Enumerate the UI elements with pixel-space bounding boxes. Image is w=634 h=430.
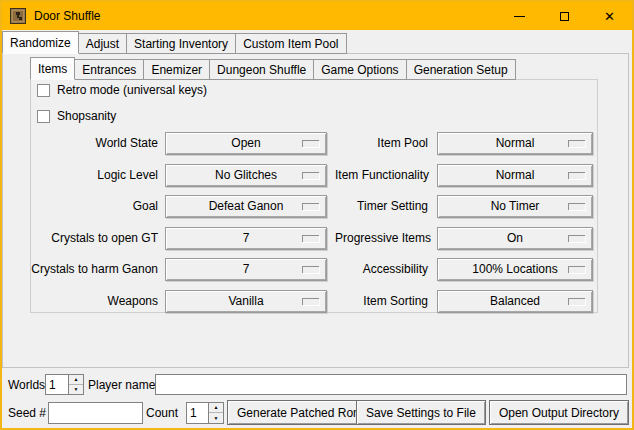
door-shuffle-window: Door Shuffle ✕ Randomize Adjust Starting… — [0, 0, 634, 430]
count-spin-buttons: ▲ ▼ — [208, 403, 223, 423]
dropdown-indicator-icon — [302, 172, 319, 179]
tab-randomize[interactable]: Randomize — [2, 31, 79, 54]
option-row: Crystals to open GT 7 Progressive Items … — [30, 226, 593, 250]
minimize-icon — [514, 16, 525, 17]
progressive-items-dropdown[interactable]: On — [437, 227, 593, 250]
shopsanity-row[interactable]: Shopsanity — [37, 109, 116, 123]
tab-entrances[interactable]: Entrances — [74, 59, 144, 80]
dropdown-indicator-icon — [302, 140, 319, 147]
logic-level-dropdown[interactable]: No Glitches — [165, 164, 327, 187]
item-functionality-dropdown[interactable]: Normal — [437, 164, 593, 187]
option-row: Goal Defeat Ganon Timer Setting No Timer — [30, 194, 593, 218]
close-icon: ✕ — [604, 10, 615, 23]
player-names-input[interactable] — [155, 374, 627, 395]
logic-level-label: Logic Level — [30, 168, 158, 182]
generate-patched-rom-button[interactable]: Generate Patched Rom — [227, 400, 373, 425]
titlebar[interactable]: Door Shuffle ✕ — [2, 2, 632, 30]
item-pool-dropdown[interactable]: Normal — [437, 132, 593, 155]
shopsanity-label[interactable]: Shopsanity — [57, 109, 116, 123]
crystals-ganon-label: Crystals to harm Ganon — [30, 262, 158, 276]
tab-custom-item-pool[interactable]: Custom Item Pool — [235, 33, 346, 54]
open-output-directory-button[interactable]: Open Output Directory — [489, 400, 629, 425]
tab-starting-inventory[interactable]: Starting Inventory — [126, 33, 236, 54]
dropdown-indicator-icon — [302, 203, 319, 210]
count-input[interactable] — [187, 403, 208, 423]
option-row: Weapons Vanilla Item Sorting Balanced — [30, 289, 593, 313]
maximize-icon — [560, 12, 569, 21]
spin-down-icon[interactable]: ▼ — [209, 413, 223, 423]
dropdown-indicator-icon — [568, 298, 585, 305]
goal-label: Goal — [30, 199, 158, 213]
dropdown-indicator-icon — [568, 266, 585, 273]
world-state-label: World State — [30, 136, 158, 150]
option-row: Logic Level No Glitches Item Functionali… — [30, 163, 593, 187]
spin-up-icon[interactable]: ▲ — [69, 375, 83, 385]
logic-level-value: No Glitches — [215, 168, 277, 182]
timer-setting-dropdown[interactable]: No Timer — [437, 195, 593, 218]
player-names-label: Player names — [88, 378, 161, 392]
dropdown-indicator-icon — [568, 172, 585, 179]
window-controls: ✕ — [497, 2, 632, 30]
progressive-items-label: Progressive Items — [335, 231, 428, 245]
item-sorting-label: Item Sorting — [335, 294, 428, 308]
retro-mode-checkbox[interactable] — [37, 84, 50, 97]
spin-down-icon[interactable]: ▼ — [69, 385, 83, 395]
item-pool-label: Item Pool — [335, 136, 428, 150]
goal-value: Defeat Ganon — [209, 199, 284, 213]
item-sorting-value: Balanced — [490, 294, 540, 308]
sub-tab-bar: Items Entrances Enemizer Dungeon Shuffle… — [30, 57, 515, 80]
tab-enemizer[interactable]: Enemizer — [143, 59, 210, 80]
maximize-button[interactable] — [542, 2, 587, 30]
timer-setting-value: No Timer — [491, 199, 540, 213]
worlds-label: Worlds — [8, 378, 45, 392]
bottom-right-buttons: Save Settings to File Open Output Direct… — [356, 400, 629, 425]
crystals-ganon-value: 7 — [243, 262, 250, 276]
dropdown-indicator-icon — [302, 266, 319, 273]
option-row: World State Open Item Pool Normal — [30, 131, 593, 155]
close-button[interactable]: ✕ — [587, 2, 632, 30]
tab-adjust[interactable]: Adjust — [78, 33, 127, 54]
item-pool-value: Normal — [496, 136, 535, 150]
crystals-gt-label: Crystals to open GT — [30, 231, 158, 245]
retro-mode-row[interactable]: Retro mode (universal keys) — [37, 83, 207, 97]
window-title: Door Shuffle — [34, 9, 101, 23]
world-state-dropdown[interactable]: Open — [165, 132, 327, 155]
minimize-button[interactable] — [497, 2, 542, 30]
shopsanity-checkbox[interactable] — [37, 110, 50, 123]
crystals-ganon-dropdown[interactable]: 7 — [165, 258, 327, 281]
seed-input[interactable] — [48, 402, 143, 424]
timer-setting-label: Timer Setting — [335, 199, 428, 213]
dropdown-indicator-icon — [568, 140, 585, 147]
dropdown-indicator-icon — [568, 235, 585, 242]
count-spinner[interactable]: ▲ ▼ — [186, 402, 224, 424]
worlds-spin-buttons: ▲ ▼ — [68, 375, 83, 394]
weapons-value: Vanilla — [228, 294, 263, 308]
spin-up-icon[interactable]: ▲ — [209, 403, 223, 413]
tab-generation-setup[interactable]: Generation Setup — [406, 59, 516, 80]
item-functionality-label: Item Functionality — [335, 168, 428, 182]
item-sorting-dropdown[interactable]: Balanced — [437, 290, 593, 313]
app-icon — [10, 8, 26, 24]
accessibility-label: Accessibility — [335, 262, 428, 276]
goal-dropdown[interactable]: Defeat Ganon — [165, 195, 327, 218]
tab-game-options[interactable]: Game Options — [313, 59, 406, 80]
world-state-value: Open — [231, 136, 260, 150]
dropdown-indicator-icon — [302, 298, 319, 305]
tab-items[interactable]: Items — [30, 57, 75, 80]
accessibility-value: 100% Locations — [472, 262, 557, 276]
weapons-dropdown[interactable]: Vanilla — [165, 290, 327, 313]
dropdown-indicator-icon — [568, 203, 585, 210]
crystals-gt-value: 7 — [243, 231, 250, 245]
item-functionality-value: Normal — [496, 168, 535, 182]
worlds-input[interactable] — [46, 375, 68, 394]
tab-dungeon-shuffle[interactable]: Dungeon Shuffle — [209, 59, 314, 80]
main-tab-bar: Randomize Adjust Starting Inventory Cust… — [2, 31, 346, 54]
dropdown-indicator-icon — [302, 235, 319, 242]
save-settings-button[interactable]: Save Settings to File — [356, 400, 486, 425]
crystals-gt-dropdown[interactable]: 7 — [165, 227, 327, 250]
count-label: Count — [146, 406, 178, 420]
retro-mode-label[interactable]: Retro mode (universal keys) — [57, 83, 207, 97]
accessibility-dropdown[interactable]: 100% Locations — [437, 258, 593, 281]
worlds-spinner[interactable]: ▲ ▼ — [45, 374, 84, 395]
option-row: Crystals to harm Ganon 7 Accessibility 1… — [30, 257, 593, 281]
